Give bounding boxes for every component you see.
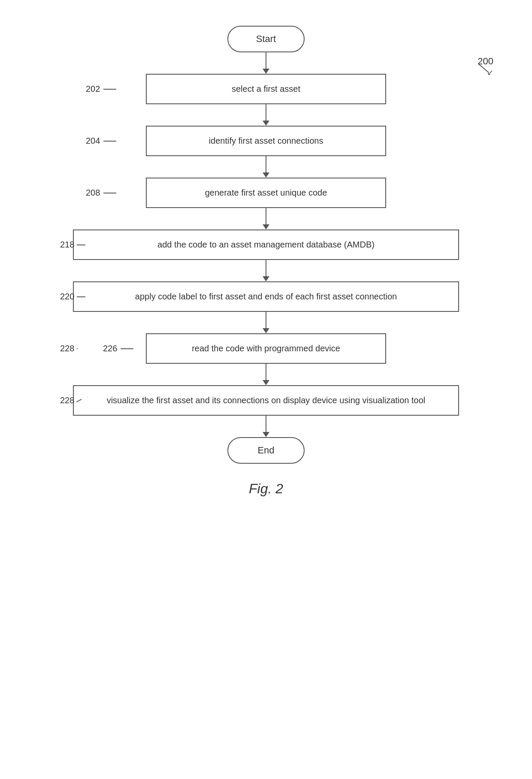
arrow-6 [263, 312, 269, 333]
step-228-box: visualize the first asset and its connec… [73, 385, 459, 416]
arrow-1 [263, 52, 269, 74]
ref-line-204 [103, 141, 116, 142]
arrow-3 [263, 156, 269, 178]
arrow-4 [263, 208, 269, 229]
step-208-wrapper: 208 generate first asset unique code [60, 178, 472, 208]
start-node-wrapper: Start [60, 26, 472, 52]
ref-line-226 [121, 348, 133, 349]
step-226-box: read the code with programmed device [146, 333, 386, 364]
end-node-wrapper: End [60, 437, 472, 464]
start-capsule: Start [227, 26, 305, 52]
arrow-5 [263, 260, 269, 281]
diagram-container: 200 ↙ Start 202 select a first asset [0, 0, 532, 779]
ref-228: 228 [60, 396, 82, 405]
flowchart: Start 202 select a first asset 20 [26, 26, 506, 464]
ref-220: 220 [60, 292, 85, 302]
step-220-wrapper: 220 apply code label to first asset and … [60, 281, 472, 312]
ref-218: 218 [60, 240, 85, 250]
ref-204: 204 [86, 136, 116, 146]
ref-line-220 [77, 296, 85, 297]
arrow-2 [263, 104, 269, 126]
step-220-box: apply code label to first asset and ends… [73, 281, 459, 312]
ref-228-label: 228 [60, 344, 78, 353]
arrow-7 [263, 364, 269, 385]
ref-line-208 [103, 193, 116, 193]
ref-line-218 [77, 245, 85, 245]
ref-226: 226 [103, 344, 133, 353]
step-204-wrapper: 204 identify first asset connections [60, 126, 472, 156]
step-202-wrapper: 202 select a first asset [60, 74, 472, 104]
figure-caption: Fig. 2 [249, 481, 283, 497]
step-218-wrapper: 218 add the code to an asset management … [60, 229, 472, 260]
step-226-wrapper: 226 228 read the code with programmed de… [60, 333, 472, 364]
end-capsule: End [227, 437, 305, 464]
step-228-wrapper: 228 visualize the first asset and its co… [60, 385, 472, 416]
arrow-8 [263, 416, 269, 437]
step-202-box: select a first asset [146, 74, 386, 104]
ref-208: 208 [86, 188, 116, 198]
step-208-box: generate first asset unique code [146, 178, 386, 208]
step-204-box: identify first asset connections [146, 126, 386, 156]
ref-line-202 [103, 89, 116, 90]
ref-202: 202 [86, 84, 116, 94]
step-218-box: add the code to an asset management data… [73, 229, 459, 260]
